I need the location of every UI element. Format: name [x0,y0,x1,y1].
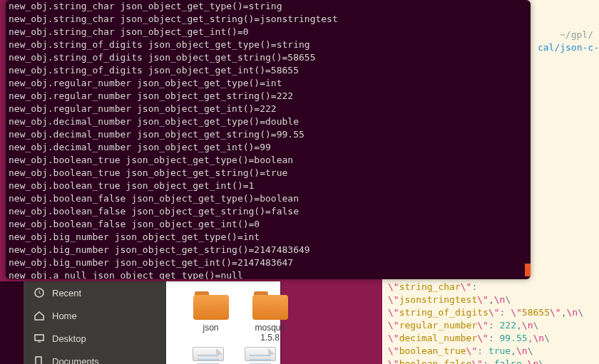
editor-json: \"string_char\": \"jsonstringtest\",\n\\… [388,281,599,364]
sidebar-item-desktop[interactable]: Desktop [24,327,166,350]
sidebar-item-label: Documents [52,356,99,365]
terminal[interactable]: new_obj.string_char json_object_get_type… [6,0,531,279]
sidebar-item-documents[interactable]: Documents [24,350,166,364]
sidebar-item-label: Desktop [52,333,86,344]
file-label: mosquit 1.5.8 [250,323,290,343]
sidebar-item-home[interactable]: Home [24,304,166,327]
launcher[interactable] [0,281,24,364]
home-icon [34,310,45,321]
desktop-icon [34,333,45,344]
folder-icon [193,291,229,320]
documents-icon [34,355,45,364]
svg-rect-1 [35,335,43,340]
document-icon [193,347,224,361]
sidebar-item-recent[interactable]: Recent [24,281,166,304]
file-grid[interactable]: json mosquit 1.5.8 [166,281,280,364]
clock-icon [34,287,45,298]
document-icon [245,347,276,361]
terminal-output: new_obj.string_char json_object_get_type… [6,0,531,279]
editor-path: ~/gpl/ [560,28,593,41]
scrollbar-thumb[interactable] [525,264,531,276]
places-sidebar: Recent Home Desktop Documents [24,281,166,364]
file-manager[interactable]: Recent Home Desktop Documents json mosqu… [24,281,280,364]
file-label: json [203,323,218,333]
file-item[interactable] [240,347,280,364]
folder-icon [252,291,288,320]
sidebar-item-label: Recent [52,288,81,298]
sidebar-item-label: Home [52,311,77,321]
svg-rect-2 [36,357,41,364]
editor-path2: cal/json-c- [538,41,599,54]
file-item[interactable] [188,347,228,364]
